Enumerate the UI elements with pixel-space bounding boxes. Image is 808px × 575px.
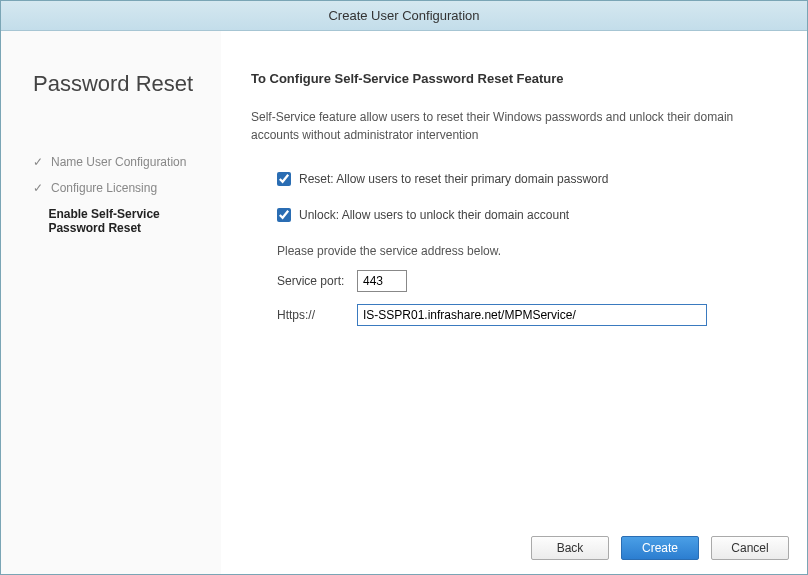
main-description: Self-Service feature allow users to rese… [251, 108, 777, 144]
https-label: Https:// [277, 308, 357, 322]
cancel-button[interactable]: Cancel [711, 536, 789, 560]
check-icon: ✓ [33, 155, 45, 169]
service-url-input[interactable] [357, 304, 707, 326]
unlock-checkbox-label: Unlock: Allow users to unlock their doma… [299, 208, 569, 222]
sidebar: Password Reset ✓ Name User Configuration… [1, 31, 221, 574]
reset-checkbox-label: Reset: Allow users to reset their primar… [299, 172, 608, 186]
step-label: Name User Configuration [51, 155, 186, 169]
port-field-row: Service port: [277, 270, 777, 292]
address-instruction: Please provide the service address below… [277, 244, 777, 258]
wizard-window: Create User Configuration Password Reset… [0, 0, 808, 575]
reset-checkbox[interactable] [277, 172, 291, 186]
step-configure-licensing: ✓ Configure Licensing [33, 181, 211, 195]
step-label: Enable Self-Service Password Reset [48, 207, 211, 235]
reset-checkbox-row[interactable]: Reset: Allow users to reset their primar… [277, 172, 777, 186]
check-icon: ✓ [33, 181, 45, 195]
unlock-checkbox[interactable] [277, 208, 291, 222]
window-title: Create User Configuration [328, 8, 479, 23]
service-port-input[interactable] [357, 270, 407, 292]
button-bar: Back Create Cancel [531, 536, 789, 560]
step-name-user-configuration: ✓ Name User Configuration [33, 155, 211, 169]
back-button[interactable]: Back [531, 536, 609, 560]
step-enable-self-service: Enable Self-Service Password Reset [33, 207, 211, 235]
create-button[interactable]: Create [621, 536, 699, 560]
main-heading: To Configure Self-Service Password Reset… [251, 71, 777, 86]
sidebar-title: Password Reset [33, 71, 211, 97]
https-field-row: Https:// [277, 304, 777, 326]
titlebar: Create User Configuration [1, 1, 807, 31]
step-label: Configure Licensing [51, 181, 157, 195]
unlock-checkbox-row[interactable]: Unlock: Allow users to unlock their doma… [277, 208, 777, 222]
content-area: Password Reset ✓ Name User Configuration… [1, 31, 807, 574]
port-label: Service port: [277, 274, 357, 288]
main-panel: To Configure Self-Service Password Reset… [221, 31, 807, 574]
